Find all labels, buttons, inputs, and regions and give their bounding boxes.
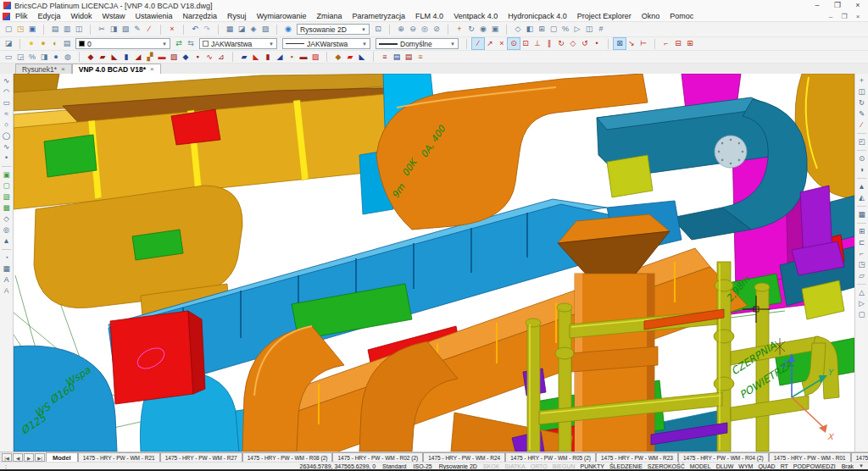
vp-pipe-icon[interactable]: ▮ [262,52,274,63]
vp-fitting-icon[interactable]: ◢ [274,52,286,63]
layer-lock-icon[interactable]: ◐ [49,38,61,49]
layout-tab[interactable]: 1475 - HRY - PW - WM - R20 (2) [851,452,868,462]
layout-tab[interactable]: 1475 - HRY - PW - WM - R24 [423,452,505,462]
hatch-icon[interactable]: ▨ [1,191,12,202]
vp-radiator-icon[interactable]: ▬ [298,52,309,63]
vp-pump-icon[interactable]: ▪ [286,52,298,63]
menu-item[interactable]: Okno [637,12,665,20]
mdi-minimize-button[interactable]: – [824,13,837,20]
rectangle-icon[interactable]: ▭ [1,97,12,108]
offset-icon[interactable]: ⊙ [856,153,867,164]
status-toggle-orto[interactable]: ORTO [528,463,550,469]
vp-hood-icon[interactable]: ⊿ [215,52,227,63]
scale-percent-icon[interactable]: % [26,52,38,63]
open-icon[interactable]: ◳ [14,24,26,35]
command-prompt[interactable]: : [0,463,12,469]
close-button[interactable]: × [848,0,868,11]
vp-grille-icon[interactable]: ▨ [168,52,180,63]
vp-valve-icon[interactable]: ◣ [250,52,262,63]
workspace-combo[interactable]: Rysowanie 2D ▼ [297,24,370,35]
menu-item[interactable]: Plik [10,12,33,20]
camera-icon[interactable]: ▣ [489,24,501,35]
vp-reducer-icon[interactable]: ◢ [132,52,144,63]
stretch-icon[interactable]: ∕ [856,119,867,130]
rotate-icon[interactable]: ↻ [856,97,867,108]
menu-item[interactable]: Hydronicpack 4.0 [503,12,572,20]
vp-list-icon[interactable]: ▤ [403,52,415,63]
status-toggle-szerokość[interactable]: SZEROKOŚĆ [645,463,687,469]
polyline-icon[interactable]: ∿ [1,75,12,86]
status-toggle-wym[interactable]: WYM [736,463,755,469]
solid-icon[interactable]: ▲ [1,236,12,247]
circle-icon[interactable]: ○ [1,119,12,130]
status-toggle-siatka[interactable]: SIATKA [502,463,527,469]
lineweight-combo[interactable]: Domyślne ▼ [376,38,459,49]
workspace-field[interactable]: Rysowanie 2D [436,463,481,469]
vp-dimension-icon[interactable]: ◣ [356,52,368,63]
mirror-icon[interactable]: ◰ [856,136,867,147]
vp-bom-icon[interactable]: ≡ [379,52,391,63]
text-icon[interactable]: A [1,274,12,285]
new-view-icon[interactable]: ▢ [548,24,559,35]
save-icon[interactable]: ▣ [26,24,38,35]
vp-damper-icon[interactable]: ▬ [156,52,168,63]
entity-picker-icon[interactable]: ∕ [143,24,155,35]
vp-tee-icon[interactable]: ▮ [120,52,132,63]
draw-order-icon[interactable]: ◪ [3,38,14,49]
status-toggle-model[interactable]: MODEL [687,463,714,469]
donut-icon[interactable]: ◎ [1,224,12,236]
layout-nav-button[interactable]: |◀ [2,453,12,462]
sheet-set-icon[interactable]: ◧ [524,24,536,35]
chamfer-icon[interactable]: ▱ [856,270,867,281]
vp-flex-duct-icon[interactable]: ∿ [203,52,215,63]
trim-icon[interactable]: ⊏ [856,237,867,248]
align-icon[interactable]: ◭ [856,192,867,203]
lengthen-icon[interactable]: ▢ [856,309,867,320]
layout-view-icon[interactable]: ◨ [38,52,50,63]
paste-icon[interactable]: ▧ [120,24,131,35]
layout-tab[interactable]: 1475 - HRY - PW - WM - R21 [78,452,160,462]
menu-item[interactable]: Widok [66,12,97,20]
plot-style-icon[interactable]: ▤ [49,24,61,35]
layout-tab[interactable]: 1475 - HRY - PW - WM - R23 [596,452,678,462]
zoom-window-icon[interactable]: ⊡ [372,24,384,35]
esnap-tangent-icon[interactable]: ↺ [579,38,591,49]
zoom-extents-icon[interactable]: ◎ [419,24,431,35]
status-toggle-punkty[interactable]: PUNKTY [578,463,607,469]
view-rotate-icon[interactable]: ◲ [14,52,26,63]
fillet-icon[interactable]: ◳ [856,259,867,270]
layout-nav-button[interactable]: ◀ [13,453,23,462]
layout-nav-button[interactable]: ▶| [35,453,45,462]
menu-item[interactable]: Parametryzacja [348,12,411,20]
spline-icon[interactable]: ∿ [1,141,12,152]
vp-duct-icon[interactable]: ▰ [97,52,108,63]
menu-item[interactable]: Ustawienia [131,12,178,20]
wipeout-icon[interactable]: ◪ [236,24,248,35]
status-toggle-podpowiedzi[interactable]: PODPOWIEDZI [791,463,838,469]
layer-combo[interactable]: 0 ▼ [75,38,170,49]
doc-tab-vnp[interactable]: VNP 4.0 BCAD V18* × [72,64,161,74]
drawing-viewport[interactable]: Wspa Ø160 WS Ø125 0A, 400 00K 9m 2,98m C… [13,74,855,452]
extend-icon[interactable]: ⌐ [856,248,867,259]
esnap-center-icon[interactable]: ⊙ [508,38,520,49]
status-dropdown-icon[interactable]: ▼ [857,463,868,468]
layout-tab[interactable]: 1475 - HRY - PW - WM - R27 [160,452,242,462]
esnap-perpendicular-icon[interactable]: ⊥ [531,38,543,49]
orbit-icon[interactable]: ↻ [465,24,477,35]
menu-item[interactable]: Wstaw [97,12,131,20]
print-preview-icon[interactable]: ◫ [73,24,85,35]
color-combo[interactable]: JAKWarstwa ▼ [199,38,277,49]
vp-diffuser-icon[interactable]: ◆ [180,52,192,63]
print-icon[interactable]: ▥ [61,24,73,35]
zoom-out-icon[interactable]: ⊖ [407,24,419,35]
move-icon[interactable]: + [856,75,867,86]
xref-icon[interactable]: ◈ [248,24,259,35]
explode-icon[interactable]: ⊞ [856,226,867,237]
boundary-icon[interactable]: ▢ [1,180,12,191]
menu-item[interactable]: Zmiana [312,12,348,20]
polygon-icon[interactable]: ◇ [1,213,12,224]
menu-item[interactable]: Edycja [33,12,66,20]
text-style-field[interactable]: Standard [379,463,409,469]
vp-settings-icon[interactable]: ≡ [415,52,426,63]
delete-icon[interactable]: × [166,24,178,35]
